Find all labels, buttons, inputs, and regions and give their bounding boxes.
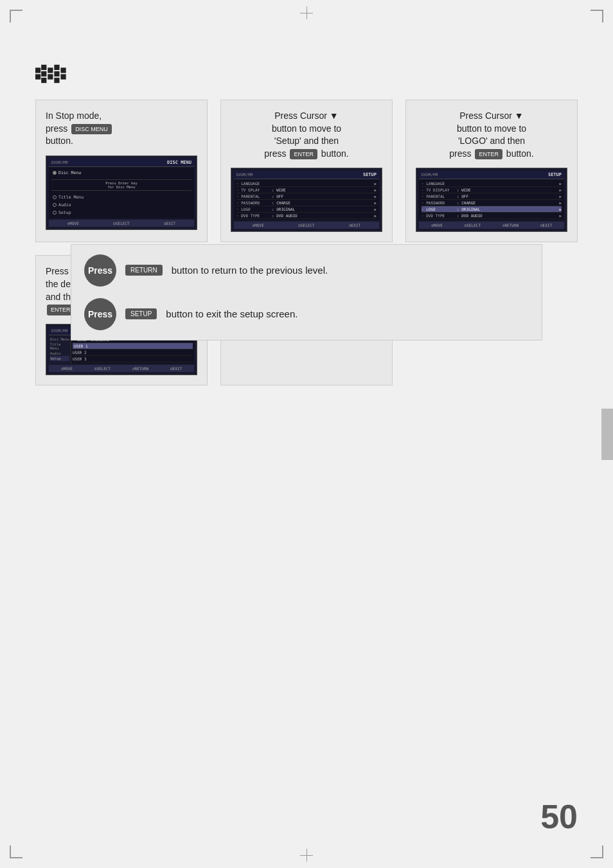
step1-notice: Press Enter keyfor Disc Menu	[51, 179, 191, 191]
corner-mark-tl	[10, 10, 22, 22]
step3-screen-title-right: SETUP	[548, 172, 562, 177]
step1-nav-disc-menu: Disc Menu	[51, 170, 191, 176]
page-number: 50	[540, 797, 578, 836]
step3-screen-footer: ⊙MOVE⊡SELECT⊙RETURN⊡EXIT	[419, 222, 564, 229]
step1-nav-audio: Audio	[51, 202, 191, 208]
step1-button: DISC MENU	[71, 124, 112, 135]
step2-screen: DVDM/MM SETUP · LANGUAGE▶ · TV SPLAY: WI…	[231, 168, 382, 232]
crosshair-bottom	[300, 849, 313, 862]
step3-row-4-highlighted: · LOGO: ORIGINAL▶	[422, 206, 562, 213]
right-tab	[601, 409, 613, 460]
step1-nav-title: Title Menu	[51, 194, 191, 200]
step3-screen-body: · LANGUAGE▶ · TV DISPLAY: WIDE▶ · PARENT…	[419, 179, 564, 220]
logo-icon	[35, 64, 71, 90]
step3-row-2: · PARENTAL: OFF▶	[422, 193, 562, 200]
step3-row-3: · PASSWORD: CHARGE▶	[422, 200, 562, 206]
step1-screen-body: Disc Menu Press Enter keyfor Disc Menu T…	[49, 167, 194, 218]
press-word-1: Press	[88, 265, 112, 276]
svg-rect-5	[48, 67, 53, 73]
step-box-1: In Stop mode, press DISC MENU button. DV…	[35, 100, 208, 242]
step3-row-0: · LANGUAGE▶	[422, 181, 562, 187]
step3-screen: DVDM/MM SETUP · LANGUAGE▶ · TV DISPLAY: …	[416, 168, 567, 232]
step2-row-5: · DVD TYPE: DVD AUDIO▶	[236, 213, 377, 219]
step2-button: ENTER	[290, 149, 317, 160]
instr1-button: RETURN	[125, 265, 163, 276]
instr1-description: button to return to the previous level.	[172, 265, 328, 276]
svg-rect-0	[35, 67, 40, 73]
step4-user3-row: USER 3	[73, 356, 193, 362]
step-box-2: Press Cursor ▼ button to move to 'Setup'…	[220, 100, 393, 242]
step3-row-5: · DVD TYPE: DVD AUDIO▶	[422, 213, 562, 219]
logo-area	[35, 64, 71, 93]
step1-screen-footer: ⊙MOVE⊡SELECT⊡EXIT	[49, 220, 194, 227]
step2-screen-body: · LANGUAGE▶ · TV SPLAY: WIDE▶ · PARENTAL…	[234, 179, 379, 220]
svg-rect-4	[41, 78, 46, 83]
crosshair-top	[300, 6, 313, 19]
corner-mark-bl	[10, 846, 22, 858]
step3-row-1: · TV DISPLAY: WIDE▶	[422, 187, 562, 193]
step3-screen-title-left: DVDM/MM	[422, 172, 438, 177]
step4-user2-row: USER 2	[73, 350, 193, 356]
corner-mark-br	[591, 846, 603, 858]
press-circle-1: Press	[84, 254, 116, 287]
step2-row-4: · LOGO: ORIGINAL▶	[236, 206, 377, 213]
step-box-3: Press Cursor ▼ button to move to 'LOGO' …	[405, 100, 578, 242]
step2-screen-title-left: DVDM/MM	[236, 172, 253, 177]
step2-row-2: · PARENTAL: OFF▶	[236, 193, 377, 200]
main-content: In Stop mode, press DISC MENU button. DV…	[35, 100, 578, 405]
step1-nav-setup: Setup	[51, 209, 191, 216]
svg-rect-9	[54, 78, 59, 83]
instr2-button: SETUP	[125, 308, 157, 319]
step3-button: ENTER	[475, 149, 502, 160]
step4-user1-row: USER 1	[73, 343, 193, 350]
instruction-2: Press SETUP button to exit the setup scr…	[84, 298, 529, 330]
bottom-instructions: Press RETURN button to return to the pre…	[71, 244, 542, 341]
step2-row-3: · PASSWORD: CHARGE▶	[236, 200, 377, 206]
corner-mark-tr	[591, 10, 603, 22]
step2-screen-title-right: SETUP	[363, 172, 377, 177]
instr2-description: button to exit the setup screen.	[166, 308, 298, 319]
press-circle-2: Press	[84, 298, 116, 330]
svg-rect-6	[48, 74, 53, 79]
step1-screen: DVDM/MM DISC MENU Disc Menu Press Enter …	[46, 155, 197, 230]
svg-rect-10	[60, 67, 66, 73]
step3-text: Press Cursor ▼ button to move to 'LOGO' …	[449, 110, 533, 160]
step2-screen-footer: ⊙MOVE⊡SELECT⊡EXIT	[234, 222, 379, 229]
svg-rect-11	[60, 74, 66, 79]
svg-rect-3	[41, 71, 46, 76]
step2-row-0: · LANGUAGE▶	[236, 181, 377, 187]
svg-rect-7	[54, 65, 59, 70]
step1-text: In Stop mode, press DISC MENU button.	[46, 110, 197, 148]
svg-rect-1	[35, 74, 40, 79]
step2-row-1: · TV SPLAY: WIDE▶	[236, 187, 377, 193]
svg-rect-2	[41, 65, 46, 70]
step4-screen-footer: ⊙MOVE⊡SELECT⊙RETURN⊡EXIT	[49, 365, 194, 372]
step2-text: Press Cursor ▼ button to move to 'Setup'…	[264, 110, 348, 160]
svg-rect-8	[54, 71, 59, 76]
instruction-1: Press RETURN button to return to the pre…	[84, 254, 529, 287]
step1-screen-title-left: DVDM/MM	[51, 160, 67, 165]
press-word-2: Press	[88, 309, 112, 319]
step1-screen-title-right: DISC MENU	[167, 160, 191, 165]
steps-grid-top: In Stop mode, press DISC MENU button. DV…	[35, 100, 578, 242]
